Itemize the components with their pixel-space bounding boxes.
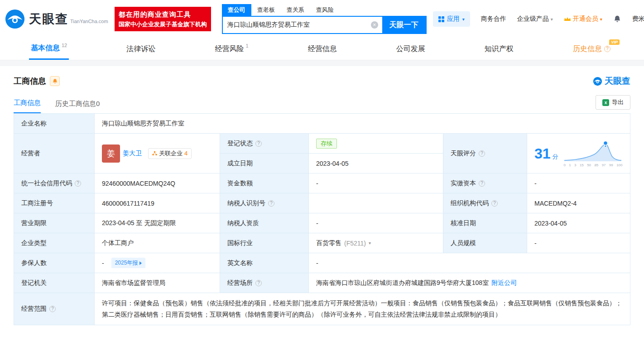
user-account-menu[interactable]: 费米 ▾ [632, 15, 644, 23]
tianyancha-logo[interactable]: 天眼查 TianYanCha.com [5, 9, 108, 29]
apps-label: 应用 [447, 15, 460, 23]
search-tab-company[interactable]: 查公司 [222, 4, 251, 16]
industry-value[interactable]: 百货零售 (F5211) ▾ [309, 233, 443, 253]
search-input[interactable] [223, 17, 371, 33]
company-name-label: 企业名称 [14, 114, 95, 134]
search-bar: × 天眼一下 [222, 16, 427, 34]
business-info-table: 企业名称 海口琼山顺锦思齐贸易工作室 经营者 姜 姜大卫 关联企业 4 登记状态… [14, 113, 630, 325]
header-right-nav: 应用 ▾ 商务合作 企业级产品 ▾ 开通会员 ▾ 费米 ▾ [433, 11, 644, 27]
score-distribution-chart: 0131550859799100 [563, 140, 622, 167]
company-name-value: 海口琼山顺锦思齐贸易工作室 [95, 114, 630, 134]
related-companies-pill[interactable]: 关联企业 4 [148, 148, 192, 159]
tab-label: 知识产权 [485, 44, 514, 54]
tianyan-score-label: 天眼评分 ? [443, 134, 527, 173]
help-icon[interactable]: ? [255, 140, 262, 147]
tab-history-info[interactable]: VIP 历史信息 ? [571, 38, 612, 60]
insured-count-value: - 2025年报 [95, 253, 220, 273]
nearby-companies-link[interactable]: 附近公司 [491, 279, 517, 287]
company-type-label: 企业类型 [14, 233, 95, 253]
tab-intellectual-property[interactable]: 知识产权 [483, 38, 515, 60]
help-icon[interactable]: ? [479, 180, 485, 187]
subtab-business-info[interactable]: 工商信息 [14, 99, 41, 113]
paidin-capital-label: 实缴资本 ? [443, 173, 527, 193]
annual-report-badge[interactable]: 2025年报 [111, 258, 146, 268]
tab-label: 法律诉讼 [126, 44, 155, 54]
search-tab-risk[interactable]: 查风险 [310, 4, 340, 16]
tab-count-badge: 12 [62, 43, 67, 48]
annual-report-label: 2025年报 [115, 259, 138, 267]
subtab-history-business-info[interactable]: 历史工商信息0 [55, 100, 100, 113]
approval-date-label: 核准日期 [443, 213, 527, 233]
clear-search-icon[interactable]: × [371, 21, 378, 29]
established-date-value: 2023-04-05 [309, 154, 443, 173]
industry-label: 国标行业 [220, 233, 309, 253]
established-date-label: 成立日期 [220, 154, 309, 173]
operator-avatar[interactable]: 姜 [102, 145, 120, 163]
search-tabs: 查公司 查老板 查关系 查风险 [222, 4, 427, 16]
staff-size-label: 人员规模 [443, 233, 527, 253]
network-icon [152, 151, 157, 156]
tab-count-badge: 1 [245, 43, 248, 48]
address-text: 海南省海口市琼山区府城街道办府城建国路9号华府大厦108室 [316, 279, 489, 287]
help-icon[interactable]: ? [255, 280, 262, 286]
business-term-value: 2023-04-05 至 无固定期限 [95, 213, 220, 233]
org-code-value: MACEDMQ2-4 [527, 193, 630, 213]
tab-basic-info[interactable]: 基本信息 12 [29, 38, 69, 60]
registration-authority-label: 登记机关 [14, 273, 95, 293]
export-button[interactable]: x 导出 [596, 95, 630, 110]
search-tab-relation[interactable]: 查关系 [281, 4, 310, 16]
help-icon[interactable]: ? [604, 46, 610, 52]
biz-cooperation-link[interactable]: 商务合作 [481, 15, 506, 23]
watermark-brand-text: 天眼查 [605, 75, 630, 87]
org-code-label: 组织机构代码 ? [443, 193, 527, 213]
operator-name-link[interactable]: 姜大卫 [123, 149, 142, 158]
capital-label: 资金数额 [220, 173, 309, 193]
monitor-bell-icon[interactable] [50, 76, 60, 86]
operator-value: 姜 姜大卫 关联企业 4 [95, 134, 220, 173]
notifications-bell-icon[interactable] [613, 15, 621, 23]
related-companies-label: 关联企业 [159, 149, 183, 158]
tianyan-score-value: 31 分 0131550859799100 [527, 134, 630, 173]
status-badge: 存续 [316, 139, 337, 149]
brand-slogan: 都在用的商业查询工具 国家中小企业发展子基金旗下机构 [115, 7, 211, 31]
enterprise-products-label: 企业级产品 [517, 15, 549, 23]
apps-grid-icon [438, 16, 444, 22]
crown-icon [564, 16, 571, 22]
brand-domain: TianYanCha.com [70, 19, 108, 24]
help-icon[interactable]: ? [49, 306, 56, 312]
section-title: 工商信息 [14, 76, 46, 87]
vip-tag-badge: VIP [609, 39, 620, 45]
section-divider [0, 60, 644, 66]
excel-icon: x [602, 99, 609, 106]
tab-operating-info[interactable]: 经营信息 [306, 38, 339, 60]
tab-operating-risk[interactable]: 经营风险 1 [213, 38, 250, 60]
watermark-logo: 天眼查 [593, 75, 630, 87]
tab-label: 基本信息 [31, 43, 60, 53]
top-header: 天眼查 TianYanCha.com 都在用的商业查询工具 国家中小企业发展子基… [0, 0, 644, 38]
score-axis-labels: 0131550859799100 [563, 163, 622, 167]
business-scope-label: 经营范围 ? [14, 293, 95, 325]
arrow-right-icon [139, 261, 142, 265]
company-section-tabs: 基本信息 12 法律诉讼 经营风险 1 经营信息 公司发展 知识产权 VIP 历… [0, 38, 644, 60]
business-info-section: 工商信息 天眼查 工商信息 历史工商信息0 x 导出 企业名称 海口琼山 [0, 66, 644, 330]
taxpayer-quality-label: 纳税人资质 [220, 213, 309, 233]
help-icon[interactable]: ? [491, 200, 498, 207]
tab-legal-litigation[interactable]: 法律诉讼 [125, 38, 157, 60]
search-button[interactable]: 天眼一下 [382, 17, 426, 33]
help-icon[interactable]: ? [75, 180, 81, 187]
score-number: 31 [534, 145, 551, 162]
enterprise-products-menu[interactable]: 企业级产品 ▾ [517, 15, 553, 23]
chevron-down-icon[interactable]: ▾ [369, 241, 371, 246]
open-vip-link[interactable]: 开通会员 ▾ [564, 15, 602, 23]
chevron-down-icon: ▾ [462, 17, 465, 22]
taxpayer-id-value [309, 193, 443, 213]
search-tab-boss[interactable]: 查老板 [251, 4, 281, 16]
capital-value: - [309, 173, 443, 193]
help-icon[interactable]: ? [479, 150, 485, 157]
apps-menu[interactable]: 应用 ▾ [433, 11, 470, 27]
help-icon[interactable]: ? [268, 200, 274, 207]
related-companies-count: 4 [184, 150, 187, 157]
label-text: 统一社会信用代码 [21, 179, 72, 188]
search-area: 查公司 查老板 查关系 查风险 × 天眼一下 [222, 4, 427, 34]
tab-company-development[interactable]: 公司发展 [394, 38, 427, 60]
